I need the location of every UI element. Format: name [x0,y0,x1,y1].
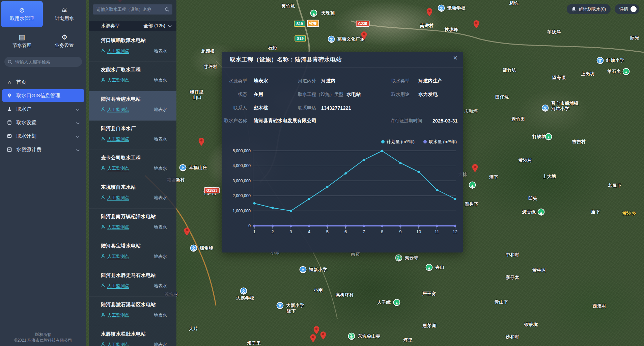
detail-toggle[interactable]: 详情 [615,4,639,14]
map-label: 龙颈根 [201,48,215,54]
monitor-type-link[interactable]: 人工监测点 [101,107,129,113]
station-list-item[interactable]: 陆河县南万镇杞洋水电站人工监测点地表水 [89,209,176,238]
sidebar-item-4[interactable]: 取水设置 [2,116,84,129]
svg-text:2: 2 [271,229,274,234]
monitor-type-link[interactable]: 人工监测点 [101,224,129,230]
station-list-item[interactable]: 陆河县自来水厂人工监测点地表水 [89,121,176,150]
mount-poi-icon[interactable]: ▲ [426,264,433,271]
module-button-3[interactable]: ▤节水管理 [1,28,43,54]
module-button-4[interactable]: ⚙业务设置 [44,28,85,54]
monitor-type-link[interactable]: 人工监测点 [101,312,129,318]
module-button-1[interactable]: ⊘取用水管理 [1,1,43,27]
map-pin-icon[interactable] [427,8,432,16]
school-poi-icon[interactable]: 文 [542,105,549,112]
map-label: 幸福山庄 [189,165,207,171]
school-poi-icon[interactable]: 文 [190,245,197,252]
station-list-item[interactable]: 麦卡公司取水工程人工监测点地表水 [89,150,176,179]
svg-text:10: 10 [416,229,421,234]
monitor-type-link[interactable]: 人工监测点 [101,283,129,289]
map-label: 庙下 [591,209,600,215]
svg-text:5,000,000: 5,000,000 [233,149,251,153]
monitor-type-link[interactable]: 人工监测点 [101,342,129,346]
station-list-item[interactable]: 东坑镇自来水站人工监测点地表水 [89,179,176,209]
person-icon [101,224,106,230]
document-icon: ▤ [19,34,25,41]
school-poi-icon[interactable]: 文 [597,57,604,64]
station-name: 麦卡公司取水工程 [101,155,172,161]
sidebar-item-1[interactable]: ⌂首页 [2,76,84,88]
monitor-type-link[interactable]: 人工监测点 [101,165,129,171]
map-label: 寨仔窝 [506,274,520,281]
station-list-item[interactable]: 河口镇唱歌潭水电站人工监测点地表水 [89,32,176,62]
station-search-input[interactable] [96,7,163,12]
mount-poi-icon[interactable]: ▲ [545,133,552,140]
person-icon [101,195,106,201]
water-source-label: 地表水 [154,283,167,289]
map-pin-icon[interactable] [472,164,478,172]
monitor-type-link[interactable]: 人工监测点 [101,136,129,142]
source-type-filter[interactable]: 水源类型 全部 (125) [89,21,176,31]
mount-poi-icon[interactable]: ▲ [310,10,317,17]
map-pin-icon[interactable] [199,138,204,146]
map-label: 东坑尖山寺 [358,333,381,339]
map-pin-icon[interactable] [310,334,316,342]
sidebar-search-input[interactable] [15,59,79,65]
monitor-type-link[interactable]: 人工监测点 [101,195,129,201]
school-poi-icon[interactable]: 文 [240,288,247,295]
school-poi-icon[interactable]: 文 [328,36,335,43]
person-icon [101,166,106,171]
station-search[interactable] [93,4,172,15]
sidebar-item-6[interactable]: 水资源计费 [2,143,84,156]
water-source-label: 地表水 [154,224,167,230]
chevron-down-icon [76,120,80,126]
waves-icon: ≋ [62,7,67,14]
station-meta: 人工监测点地表水 [101,165,172,171]
chevron-down-icon [76,147,80,153]
monitor-type-link[interactable]: 人工监测点 [101,254,129,260]
school-poi-icon[interactable]: 文 [438,5,445,12]
station-list-item[interactable]: 水唇镇水栏肚水电站人工监测点地表水 [89,326,176,346]
svg-text:7: 7 [363,229,365,234]
map-label: 箭竹坑 [503,67,516,73]
map-label: 西溪村 [593,303,607,309]
monitor-type-label: 人工监测点 [107,283,129,289]
over-plan-alert-button[interactable]: 超计划取水(0) [567,4,611,14]
toggle-knob[interactable] [631,6,637,12]
mount-poi-icon[interactable]: ▲ [623,68,630,75]
module-label: 业务设置 [55,43,74,49]
school-poi-icon[interactable]: 文 [277,302,284,309]
school-poi-icon[interactable]: 文 [300,266,307,273]
topbar: 超计划取水(0) 详情 [567,4,639,14]
sidebar-item-5[interactable]: 取水计划 [2,130,84,142]
map-label: 高树坪村 [336,292,354,298]
search-icon [165,7,169,12]
map-pin-icon[interactable] [361,31,367,39]
mount-poi-icon[interactable]: ▲ [538,209,545,216]
temple-poi-icon[interactable]: 卍 [348,333,355,340]
temple-poi-icon[interactable]: 卍 [395,255,402,262]
map-pin-icon[interactable] [314,326,319,334]
map-pin-icon[interactable] [474,20,479,28]
school-poi-icon[interactable]: 文 [179,164,187,171]
monitor-type-label: 人工监测点 [107,312,129,318]
map-pin-icon[interactable] [184,228,190,236]
monitor-type-link[interactable]: 人工监测点 [101,48,129,54]
map-label: 山口 [193,95,202,101]
monitor-type-label: 人工监测点 [107,342,129,346]
module-button-2[interactable]: ≋计划用水 [44,1,85,27]
sidebar-item-3[interactable]: 取水户 [2,103,84,115]
map-pin-icon[interactable] [320,331,326,340]
station-list-item[interactable]: 陆河县青硿水电站人工监测点地表水 [89,91,176,121]
mount-poi-icon[interactable]: ▲ [469,182,476,189]
map-label: 陇下 [287,308,296,314]
sidebar-item-2[interactable]: 取水口GIS信息管理 [2,89,84,102]
station-list-item[interactable]: 陆河县宝塔水电站人工监测点地表水 [89,238,176,267]
station-list-item[interactable]: 陆河县激石溪老区水电站人工监测点地表水 [89,297,176,326]
station-list-item[interactable]: 友能水厂取水工程人工监测点地表水 [89,62,176,91]
station-list-item[interactable]: 陆河县水唇走马石水电站人工监测点地表水 [89,267,176,297]
sidebar-item-label: 水资源计费 [16,147,41,153]
mount-poi-icon[interactable]: ▲ [393,299,400,306]
monitor-type-link[interactable]: 人工监测点 [101,77,129,83]
person-icon [101,107,106,113]
sidebar-search[interactable] [4,57,82,67]
